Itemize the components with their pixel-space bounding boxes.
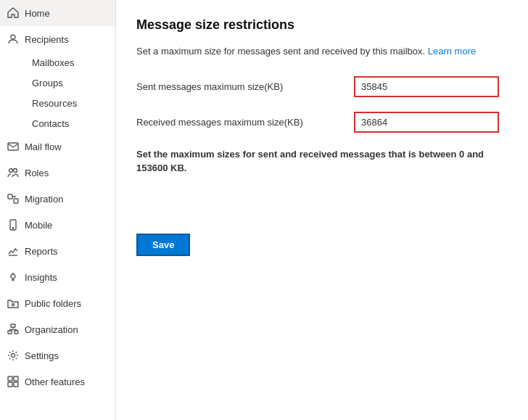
mail-icon xyxy=(7,141,19,152)
main-content: Message size restrictions Set a maximum … xyxy=(116,0,528,420)
svg-point-0 xyxy=(11,35,15,39)
svg-rect-5 xyxy=(14,199,18,203)
svg-rect-1 xyxy=(8,143,18,150)
sidebar: Home Recipients Mailboxes Groups Resourc… xyxy=(0,0,116,420)
svg-point-10 xyxy=(12,304,15,306)
sidebar-item-organization[interactable]: Organization xyxy=(0,316,115,342)
svg-rect-18 xyxy=(14,382,18,387)
sidebar-label-settings: Settings xyxy=(25,350,59,361)
sent-messages-input[interactable] xyxy=(354,76,499,97)
sidebar-item-public-folders[interactable]: Public folders xyxy=(0,290,115,316)
other-icon xyxy=(7,376,19,387)
sidebar-item-mailboxes[interactable]: Mailboxes xyxy=(25,52,115,73)
save-button[interactable]: Save xyxy=(136,234,190,256)
sidebar-label-organization: Organization xyxy=(25,324,78,335)
page-title: Message size restrictions xyxy=(136,17,508,33)
description-text: Set a maximum size for messages sent and… xyxy=(136,46,425,57)
organization-icon xyxy=(7,324,19,335)
sent-messages-row: Sent messages maximum size(KB) xyxy=(136,76,508,97)
sidebar-label-mailboxes: Mailboxes xyxy=(32,57,75,68)
sidebar-label-migration: Migration xyxy=(25,194,63,205)
insights-icon xyxy=(7,271,19,283)
sidebar-label-resources: Resources xyxy=(32,98,77,109)
sidebar-item-contacts[interactable]: Contacts xyxy=(25,113,115,133)
svg-rect-12 xyxy=(8,331,12,334)
migration-icon xyxy=(7,193,19,205)
svg-point-3 xyxy=(14,169,17,173)
svg-rect-13 xyxy=(15,331,18,334)
sidebar-item-other[interactable]: Other features xyxy=(0,368,115,395)
svg-rect-4 xyxy=(8,194,12,199)
sidebar-item-mail-flow[interactable]: Mail flow xyxy=(0,133,115,160)
sidebar-item-reports[interactable]: Reports xyxy=(0,238,115,264)
sidebar-sub-recipients: Mailboxes Groups Resources Contacts xyxy=(0,52,115,133)
sent-messages-input-wrapper xyxy=(354,76,499,97)
sidebar-label-insights: Insights xyxy=(25,272,57,283)
sidebar-label-home: Home xyxy=(25,8,50,19)
sidebar-item-migration[interactable]: Migration xyxy=(0,186,115,212)
svg-rect-16 xyxy=(14,376,18,381)
svg-rect-17 xyxy=(8,382,12,387)
sidebar-item-mobile[interactable]: Mobile xyxy=(0,212,115,238)
mobile-icon xyxy=(7,219,19,231)
sidebar-label-public-folders: Public folders xyxy=(25,298,81,309)
sidebar-item-resources[interactable]: Resources xyxy=(25,93,115,113)
svg-point-2 xyxy=(9,169,13,173)
svg-rect-15 xyxy=(8,376,12,381)
sidebar-item-settings[interactable]: Settings xyxy=(0,342,115,368)
svg-point-9 xyxy=(11,274,15,279)
sidebar-label-mobile: Mobile xyxy=(25,220,52,231)
sidebar-label-contacts: Contacts xyxy=(32,118,69,129)
received-messages-label: Received messages maximum size(KB) xyxy=(136,117,354,128)
sidebar-item-recipients[interactable]: Recipients xyxy=(0,26,115,52)
sidebar-label-groups: Groups xyxy=(32,78,63,88)
sent-messages-label: Sent messages maximum size(KB) xyxy=(136,81,354,92)
public-folders-icon xyxy=(7,297,19,309)
sidebar-label-recipients: Recipients xyxy=(25,34,69,45)
received-messages-input-wrapper xyxy=(354,112,499,133)
received-messages-input[interactable] xyxy=(354,112,499,133)
svg-point-7 xyxy=(12,228,13,228)
sidebar-item-groups[interactable]: Groups xyxy=(25,73,115,93)
sidebar-item-home[interactable]: Home xyxy=(0,0,115,26)
roles-icon xyxy=(7,167,19,178)
sidebar-item-roles[interactable]: Roles xyxy=(0,160,115,186)
reports-icon xyxy=(7,245,19,257)
person-icon xyxy=(7,33,19,45)
received-messages-row: Received messages maximum size(KB) xyxy=(136,112,508,133)
info-text: Set the maximum sizes for sent and recei… xyxy=(136,147,484,176)
description: Set a maximum size for messages sent and… xyxy=(136,44,508,59)
sidebar-label-mail-flow: Mail flow xyxy=(25,141,62,152)
sidebar-item-insights[interactable]: Insights xyxy=(0,264,115,290)
settings-icon xyxy=(7,350,19,361)
svg-point-14 xyxy=(12,354,15,358)
learn-more-link[interactable]: Learn more xyxy=(428,46,476,57)
svg-rect-11 xyxy=(11,324,15,327)
home-icon xyxy=(7,7,19,19)
sidebar-label-reports: Reports xyxy=(25,246,58,257)
sidebar-label-roles: Roles xyxy=(25,168,49,178)
sidebar-label-other: Other features xyxy=(25,376,85,387)
